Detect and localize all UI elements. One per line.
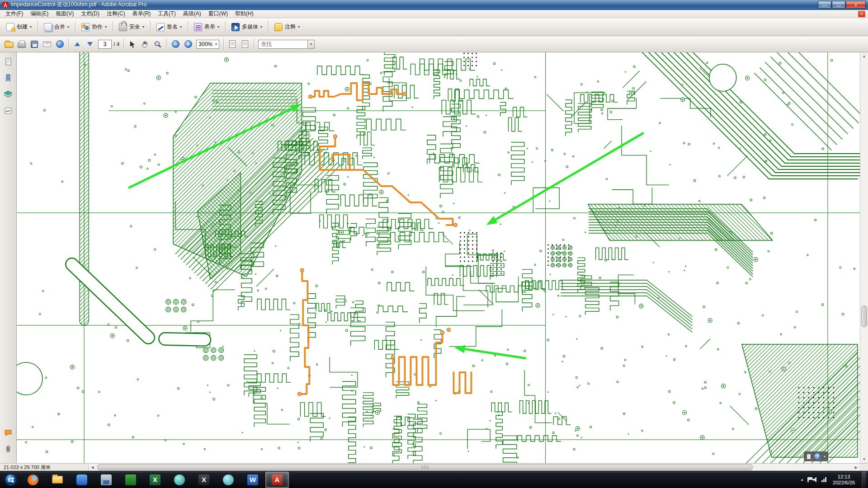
combine-button[interactable]: 合并▾ bbox=[40, 21, 73, 33]
create-button[interactable]: 创建▾ bbox=[3, 21, 35, 33]
printer-icon bbox=[18, 42, 26, 48]
taskbar-app-browser[interactable] bbox=[21, 472, 45, 488]
collaborate-label: 协作 bbox=[92, 23, 103, 31]
horizontal-scroll-track[interactable] bbox=[96, 464, 852, 471]
show-desktop-button[interactable] bbox=[861, 471, 866, 488]
windows-taskbar: X X W A ▲ 12:13 2022/6/26 bbox=[0, 471, 868, 488]
separator bbox=[268, 21, 269, 33]
signatures-panel-button[interactable] bbox=[2, 105, 14, 117]
zoom-in-button[interactable]: + bbox=[182, 38, 194, 51]
minus-icon: − bbox=[172, 40, 179, 48]
menu-view[interactable]: 视图(V) bbox=[52, 9, 77, 18]
collaborate-button[interactable]: 协作▾ bbox=[78, 21, 110, 33]
horizontal-scroll-thumb[interactable] bbox=[97, 464, 753, 470]
floppy-icon bbox=[31, 41, 38, 48]
single-page-view-button[interactable] bbox=[226, 38, 239, 51]
menu-edit[interactable]: 编辑(E) bbox=[27, 9, 52, 18]
menu-forms[interactable]: 表单(R) bbox=[129, 9, 155, 18]
comment-bubble-icon bbox=[4, 428, 13, 437]
zoom-out-button[interactable]: − bbox=[169, 38, 182, 51]
page-total-label: / 4 bbox=[113, 41, 119, 47]
network-icon[interactable] bbox=[821, 477, 826, 482]
comments-panel-button[interactable] bbox=[2, 427, 14, 439]
comment-button[interactable]: 注释▾ bbox=[271, 21, 303, 33]
page-view-icon[interactable] bbox=[807, 454, 811, 460]
taskbar-app-explorer[interactable] bbox=[46, 472, 69, 488]
menu-comments[interactable]: 注释(C) bbox=[103, 9, 129, 18]
menu-advanced[interactable]: 高级(A) bbox=[179, 9, 205, 18]
taskbar-clock[interactable]: 12:13 2022/6/26 bbox=[830, 474, 858, 486]
save-button[interactable] bbox=[28, 38, 41, 51]
pcb-document-canvas[interactable] bbox=[17, 52, 860, 463]
minimize-button[interactable]: — bbox=[818, 1, 831, 9]
horizontal-scrollbar[interactable]: ◀ ▶ bbox=[88, 464, 860, 471]
separator bbox=[166, 38, 167, 50]
volume-icon[interactable] bbox=[812, 477, 818, 483]
email-button[interactable] bbox=[41, 38, 53, 51]
sign-button[interactable]: 签名▾ bbox=[153, 21, 185, 33]
taskbar-app-capture[interactable] bbox=[217, 472, 240, 488]
title-bar: ImpedanceControl-差动100ohm.pdf - Adobe Ac… bbox=[0, 0, 868, 10]
marquee-zoom-button[interactable] bbox=[151, 38, 164, 51]
cursor-icon bbox=[128, 40, 137, 48]
taskbar-app-spreadsheet[interactable]: X bbox=[143, 472, 167, 488]
menu-file[interactable]: 文件(F) bbox=[2, 9, 27, 18]
scroll-left-button[interactable]: ◀ bbox=[89, 464, 96, 471]
close-document-icon[interactable]: × bbox=[858, 11, 865, 17]
help-icon[interactable]: ? bbox=[814, 453, 821, 460]
taskbar-app-media[interactable] bbox=[168, 472, 191, 488]
windows-logo-icon bbox=[4, 473, 18, 487]
file-explorer-icon bbox=[52, 476, 63, 483]
vertical-scroll-thumb[interactable] bbox=[861, 305, 867, 327]
taskbar-app-save-tool[interactable] bbox=[94, 472, 118, 488]
menu-window[interactable]: 窗口(W) bbox=[205, 9, 231, 18]
scroll-right-button[interactable]: ▶ bbox=[852, 464, 860, 471]
menu-tools[interactable]: 工具(T) bbox=[154, 9, 179, 18]
select-tool-button[interactable] bbox=[126, 38, 139, 51]
taskbar-app-x[interactable]: X bbox=[192, 472, 216, 488]
status-scroll-row: 21.023 x 29.700 厘米 ◀ ▶ bbox=[0, 463, 868, 471]
find-input[interactable] bbox=[258, 40, 308, 49]
scroll-down-button[interactable]: ▼ bbox=[860, 455, 868, 463]
document-viewport[interactable]: ? ▾ bbox=[17, 52, 860, 463]
menu-help[interactable]: 帮助(H) bbox=[231, 9, 257, 18]
layers-panel-button[interactable] bbox=[2, 89, 14, 100]
secure-button[interactable]: 安全▾ bbox=[115, 21, 148, 33]
pages-panel-button[interactable] bbox=[2, 56, 14, 68]
menu-document[interactable]: 文档(D) bbox=[77, 9, 103, 18]
chevron-down-icon: ▾ bbox=[298, 25, 300, 29]
page-number-input[interactable] bbox=[98, 40, 112, 49]
web-capture-button[interactable] bbox=[53, 38, 66, 51]
maximize-button[interactable]: □ bbox=[832, 1, 845, 9]
action-center-flag-icon[interactable] bbox=[807, 477, 809, 482]
close-button[interactable]: × bbox=[846, 1, 866, 9]
window-controls: — □ × bbox=[817, 1, 866, 9]
taskbar-app-acrobat-active[interactable]: A bbox=[265, 472, 289, 488]
multimedia-button[interactable]: 多媒体▾ bbox=[228, 21, 266, 33]
separator bbox=[188, 21, 188, 33]
open-button[interactable] bbox=[3, 38, 15, 51]
taskbar-app-pcb-tool[interactable] bbox=[119, 472, 142, 488]
multimedia-label: 多媒体 bbox=[242, 23, 258, 31]
tray-expand-icon[interactable]: ▲ bbox=[800, 478, 804, 482]
chevron-down-icon: ▾ bbox=[30, 25, 32, 29]
magnifier-icon bbox=[154, 40, 162, 48]
start-button[interactable] bbox=[3, 472, 19, 488]
acrobat-app-icon bbox=[2, 2, 9, 8]
chevron-down-icon[interactable]: ▾ bbox=[824, 455, 826, 459]
forms-button[interactable]: 表单▾ bbox=[190, 21, 223, 33]
zoom-level-select[interactable]: 300%▾ bbox=[196, 40, 219, 49]
vertical-scrollbar[interactable]: ▲ ▼ bbox=[860, 52, 868, 463]
scroll-up-button[interactable]: ▲ bbox=[860, 52, 868, 60]
find-options-button[interactable]: ▾ bbox=[308, 40, 315, 49]
taskbar-app-word[interactable]: W bbox=[241, 472, 264, 488]
scrolling-view-button[interactable] bbox=[239, 38, 251, 51]
collaborate-icon bbox=[81, 23, 90, 31]
hand-tool-button[interactable] bbox=[139, 38, 151, 51]
previous-page-button[interactable] bbox=[71, 38, 84, 51]
bookmarks-panel-button[interactable] bbox=[2, 72, 14, 84]
next-page-button[interactable] bbox=[84, 38, 96, 51]
print-button[interactable] bbox=[15, 38, 28, 51]
attachments-panel-button[interactable] bbox=[2, 443, 14, 455]
taskbar-app-blue[interactable] bbox=[70, 472, 94, 488]
